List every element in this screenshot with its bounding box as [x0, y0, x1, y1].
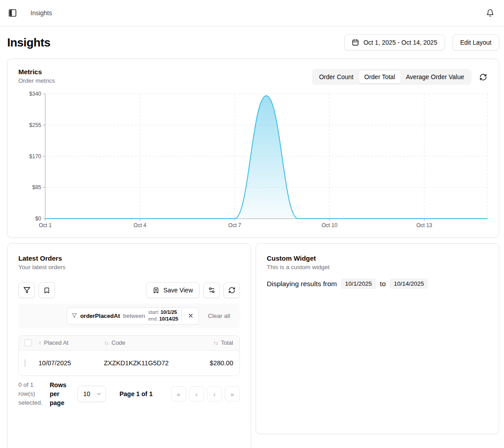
cell-total: $280.00	[187, 359, 239, 367]
svg-text:Oct 1: Oct 1	[39, 222, 52, 228]
save-view-label: Save View	[163, 287, 193, 294]
orders-subtitle: Your latest orders	[18, 264, 240, 270]
custom-widget-card: Custom Widget This is a custom widget Di…	[256, 243, 499, 434]
latest-orders-card: Latest Orders Your latest orders	[7, 243, 251, 448]
column-header-code[interactable]: ↑↓ Code	[104, 339, 187, 346]
from-date-badge: 10/1/2025	[341, 279, 376, 289]
to-date-badge: 10/14/2025	[390, 279, 428, 289]
sidebar-toggle-button[interactable]	[7, 8, 18, 18]
page-size-select[interactable]: 10	[77, 386, 106, 402]
first-page-button[interactable]: «	[171, 386, 186, 402]
orders-table-header: ↑ Placed At ↑↓ Code ↑↓ Total	[19, 336, 239, 350]
chevron-down-icon	[96, 391, 102, 397]
panel-left-icon	[8, 8, 17, 17]
active-filters-bar: orderPlacedAt between start: 10/1/25 end…	[18, 304, 240, 328]
last-page-button[interactable]: »	[225, 386, 240, 402]
bell-icon	[486, 9, 494, 17]
rows-selected-text: 0 of 1 row(s) selected.	[18, 380, 46, 408]
breadcrumb: Insights	[30, 9, 52, 17]
edit-layout-label: Edit Layout	[460, 39, 491, 46]
column-header-placed-at[interactable]: ↑ Placed At	[38, 339, 104, 346]
saved-views-button[interactable]	[38, 282, 55, 298]
page-size-value: 10	[83, 390, 90, 397]
metric-tabs: Order Count Order Total Average Order Va…	[312, 69, 471, 85]
cell-placed-at: 10/07/2025	[38, 359, 104, 367]
table-footer: 0 of 1 row(s) selected. Rows per page 10…	[18, 380, 240, 408]
svg-text:Oct 13: Oct 13	[416, 222, 432, 228]
topbar: Insights	[0, 0, 504, 26]
metrics-refresh-button[interactable]	[478, 72, 488, 82]
date-range-label: Oct 1, 2025 - Oct 14, 2025	[363, 39, 437, 46]
remove-filter-button[interactable]	[185, 311, 196, 321]
orders-table: ↑ Placed At ↑↓ Code ↑↓ Total 10/07/2025 …	[18, 335, 240, 376]
calendar-icon	[352, 39, 359, 46]
svg-text:Oct 4: Oct 4	[133, 222, 146, 228]
clear-all-filters-button[interactable]: Clear all	[201, 313, 236, 319]
page-header: Insights Oct 1, 2025 - Oct 14, 2025 Edit…	[0, 26, 504, 59]
chevrons-right-icon: »	[231, 390, 234, 398]
refresh-icon	[479, 73, 487, 81]
page-title: Insights	[7, 36, 50, 50]
order-total-chart: $0$85$170$255$340Oct 1Oct 4Oct 7Oct 10Oc…	[18, 90, 488, 231]
sort-asc-icon: ↑	[38, 340, 41, 346]
next-page-button[interactable]: ›	[207, 386, 222, 402]
rows-per-page-label: Rows per page	[50, 380, 72, 408]
column-header-total[interactable]: ↑↓ Total	[187, 339, 239, 346]
filter-chip-order-placed-at[interactable]: orderPlacedAt between start: 10/1/25 end…	[67, 307, 199, 325]
divider	[181, 309, 182, 322]
sort-icon: ↑↓	[104, 340, 108, 346]
tab-average-order-value[interactable]: Average Order Value	[401, 71, 470, 83]
svg-text:$85: $85	[32, 184, 41, 190]
close-icon	[188, 313, 194, 319]
filter-field: orderPlacedAt	[80, 313, 120, 319]
widget-to-word: to	[380, 280, 386, 288]
funnel-icon	[72, 313, 77, 318]
tab-order-total[interactable]: Order Total	[359, 71, 401, 83]
svg-text:$0: $0	[35, 216, 42, 222]
filter-operator: between	[123, 313, 145, 319]
tab-order-count[interactable]: Order Count	[314, 71, 359, 83]
chevron-right-icon: ›	[214, 390, 216, 398]
bookmark-icon	[43, 287, 50, 294]
widget-title: Custom Widget	[267, 254, 488, 262]
filter-values: start: 10/1/25 end: 10/14/25	[148, 309, 178, 323]
table-row[interactable]: 10/07/2025 ZXZKD1KZK11G5D72 $280.00	[19, 350, 239, 376]
cell-code: ZXZKD1KZK11G5D72	[104, 359, 187, 367]
metrics-title: Metrics	[18, 68, 55, 76]
bookmark-plus-icon	[153, 287, 159, 294]
row-checkbox[interactable]	[25, 359, 26, 367]
widget-text: Displaying results from 10/1/2025 to 10/…	[267, 279, 488, 289]
chevrons-left-icon: «	[177, 390, 180, 398]
previous-page-button[interactable]: ‹	[189, 386, 204, 402]
metrics-subtitle: Order metrics	[18, 77, 55, 84]
filter-button[interactable]	[18, 282, 35, 298]
sort-icon: ↑↓	[214, 340, 218, 346]
refresh-icon	[228, 287, 235, 294]
view-options-button[interactable]	[203, 282, 220, 298]
svg-text:$340: $340	[29, 91, 41, 97]
select-all-checkbox[interactable]	[25, 339, 32, 347]
svg-text:Oct 7: Oct 7	[228, 222, 241, 228]
page-info: Page 1 of 1	[120, 390, 153, 397]
funnel-icon	[23, 287, 30, 294]
svg-text:Oct 10: Oct 10	[321, 222, 337, 228]
svg-text:$255: $255	[29, 122, 41, 128]
widget-text-prefix: Displaying results from	[267, 280, 337, 288]
widget-subtitle: This is a custom widget	[267, 264, 488, 270]
orders-refresh-button[interactable]	[223, 282, 240, 298]
orders-title: Latest Orders	[18, 254, 240, 262]
edit-layout-button[interactable]: Edit Layout	[453, 34, 499, 51]
date-range-button[interactable]: Oct 1, 2025 - Oct 14, 2025	[344, 34, 445, 51]
settings-sliders-icon	[208, 287, 215, 294]
chevron-left-icon: ‹	[196, 390, 198, 398]
metrics-card: Metrics Order metrics Order Count Order …	[7, 59, 499, 238]
save-view-button[interactable]: Save View	[146, 282, 200, 298]
svg-text:$170: $170	[29, 153, 41, 160]
notifications-button[interactable]	[485, 8, 495, 18]
